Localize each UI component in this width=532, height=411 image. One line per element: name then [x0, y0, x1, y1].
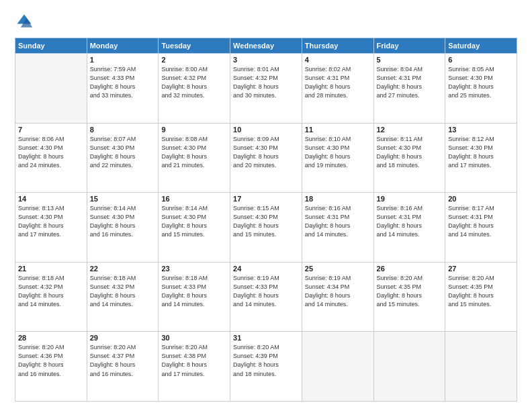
day-info: Sunrise: 8:09 AM Sunset: 4:30 PM Dayligh… — [233, 135, 299, 170]
weekday-header-friday: Friday — [373, 38, 445, 54]
day-number: 22 — [90, 265, 156, 273]
day-cell: 20Sunrise: 8:17 AM Sunset: 4:31 PM Dayli… — [445, 193, 517, 263]
day-number: 19 — [377, 195, 443, 203]
day-number: 4 — [305, 56, 371, 64]
day-info: Sunrise: 8:18 AM Sunset: 4:32 PM Dayligh… — [90, 274, 156, 309]
week-row-2: 7Sunrise: 8:06 AM Sunset: 4:30 PM Daylig… — [15, 123, 517, 193]
day-number: 13 — [448, 126, 514, 134]
week-row-1: 1Sunrise: 7:59 AM Sunset: 4:33 PM Daylig… — [15, 54, 517, 124]
day-number: 1 — [90, 56, 156, 64]
day-cell: 7Sunrise: 8:06 AM Sunset: 4:30 PM Daylig… — [15, 123, 87, 193]
day-number: 31 — [233, 334, 299, 342]
day-cell: 11Sunrise: 8:10 AM Sunset: 4:30 PM Dayli… — [302, 123, 373, 193]
day-info: Sunrise: 8:17 AM Sunset: 4:31 PM Dayligh… — [448, 204, 514, 239]
weekday-header-wednesday: Wednesday — [230, 38, 302, 54]
day-number: 26 — [377, 265, 443, 273]
day-info: Sunrise: 8:13 AM Sunset: 4:30 PM Dayligh… — [18, 204, 84, 239]
day-info: Sunrise: 8:18 AM Sunset: 4:33 PM Dayligh… — [161, 274, 227, 309]
day-info: Sunrise: 8:18 AM Sunset: 4:32 PM Dayligh… — [18, 274, 84, 309]
day-number: 15 — [90, 195, 156, 203]
day-info: Sunrise: 8:00 AM Sunset: 4:32 PM Dayligh… — [161, 65, 227, 100]
day-number: 23 — [161, 265, 227, 273]
day-cell: 1Sunrise: 7:59 AM Sunset: 4:33 PM Daylig… — [87, 54, 159, 124]
day-info: Sunrise: 8:19 AM Sunset: 4:33 PM Dayligh… — [233, 274, 299, 309]
day-cell: 15Sunrise: 8:14 AM Sunset: 4:30 PM Dayli… — [87, 193, 159, 263]
day-info: Sunrise: 8:16 AM Sunset: 4:31 PM Dayligh… — [305, 204, 371, 239]
day-number: 30 — [161, 334, 227, 342]
day-cell — [445, 332, 517, 402]
day-cell: 19Sunrise: 8:16 AM Sunset: 4:31 PM Dayli… — [373, 193, 445, 263]
day-number: 28 — [18, 334, 84, 342]
day-number: 16 — [161, 195, 227, 203]
week-row-5: 28Sunrise: 8:20 AM Sunset: 4:36 PM Dayli… — [15, 332, 517, 402]
weekday-header-thursday: Thursday — [302, 38, 373, 54]
day-info: Sunrise: 8:20 AM Sunset: 4:35 PM Dayligh… — [377, 274, 443, 309]
day-cell: 12Sunrise: 8:11 AM Sunset: 4:30 PM Dayli… — [373, 123, 445, 193]
day-cell — [15, 54, 87, 124]
day-number: 27 — [448, 265, 514, 273]
day-info: Sunrise: 8:10 AM Sunset: 4:30 PM Dayligh… — [305, 135, 371, 170]
day-number: 24 — [233, 265, 299, 273]
day-info: Sunrise: 8:19 AM Sunset: 4:34 PM Dayligh… — [305, 274, 371, 309]
day-cell: 24Sunrise: 8:19 AM Sunset: 4:33 PM Dayli… — [230, 262, 302, 332]
weekday-header-row: SundayMondayTuesdayWednesdayThursdayFrid… — [15, 38, 517, 54]
weekday-header-saturday: Saturday — [445, 38, 517, 54]
day-number: 3 — [233, 56, 299, 64]
day-info: Sunrise: 8:11 AM Sunset: 4:30 PM Dayligh… — [377, 135, 443, 170]
day-cell: 9Sunrise: 8:08 AM Sunset: 4:30 PM Daylig… — [159, 123, 230, 193]
day-info: Sunrise: 8:07 AM Sunset: 4:30 PM Dayligh… — [90, 135, 156, 170]
header — [15, 12, 517, 31]
day-number: 17 — [233, 195, 299, 203]
day-cell: 4Sunrise: 8:02 AM Sunset: 4:31 PM Daylig… — [302, 54, 373, 124]
day-number: 20 — [448, 195, 514, 203]
day-number: 6 — [448, 56, 514, 64]
day-info: Sunrise: 8:20 AM Sunset: 4:36 PM Dayligh… — [18, 343, 84, 378]
day-cell: 3Sunrise: 8:01 AM Sunset: 4:32 PM Daylig… — [230, 54, 302, 124]
day-cell: 26Sunrise: 8:20 AM Sunset: 4:35 PM Dayli… — [373, 262, 445, 332]
day-number: 21 — [18, 265, 84, 273]
week-row-4: 21Sunrise: 8:18 AM Sunset: 4:32 PM Dayli… — [15, 262, 517, 332]
weekday-header-tuesday: Tuesday — [159, 38, 230, 54]
day-cell: 29Sunrise: 8:20 AM Sunset: 4:37 PM Dayli… — [87, 332, 159, 402]
day-cell — [373, 332, 445, 402]
day-number: 7 — [18, 126, 84, 134]
calendar-table: SundayMondayTuesdayWednesdayThursdayFrid… — [15, 38, 517, 402]
day-cell: 2Sunrise: 8:00 AM Sunset: 4:32 PM Daylig… — [159, 54, 230, 124]
day-cell: 23Sunrise: 8:18 AM Sunset: 4:33 PM Dayli… — [159, 262, 230, 332]
day-cell: 21Sunrise: 8:18 AM Sunset: 4:32 PM Dayli… — [15, 262, 87, 332]
day-number: 8 — [90, 126, 156, 134]
day-info: Sunrise: 8:12 AM Sunset: 4:30 PM Dayligh… — [448, 135, 514, 170]
day-info: Sunrise: 8:14 AM Sunset: 4:30 PM Dayligh… — [90, 204, 156, 239]
day-info: Sunrise: 8:16 AM Sunset: 4:31 PM Dayligh… — [377, 204, 443, 239]
day-number: 9 — [161, 126, 227, 134]
day-cell: 17Sunrise: 8:15 AM Sunset: 4:30 PM Dayli… — [230, 193, 302, 263]
logo-icon — [15, 12, 34, 31]
day-cell: 10Sunrise: 8:09 AM Sunset: 4:30 PM Dayli… — [230, 123, 302, 193]
day-number: 12 — [377, 126, 443, 134]
day-info: Sunrise: 8:20 AM Sunset: 4:35 PM Dayligh… — [448, 274, 514, 309]
day-cell: 13Sunrise: 8:12 AM Sunset: 4:30 PM Dayli… — [445, 123, 517, 193]
day-info: Sunrise: 8:05 AM Sunset: 4:30 PM Dayligh… — [448, 65, 514, 100]
day-cell: 25Sunrise: 8:19 AM Sunset: 4:34 PM Dayli… — [302, 262, 373, 332]
day-info: Sunrise: 8:20 AM Sunset: 4:37 PM Dayligh… — [90, 343, 156, 378]
day-number: 29 — [90, 334, 156, 342]
day-cell: 27Sunrise: 8:20 AM Sunset: 4:35 PM Dayli… — [445, 262, 517, 332]
logo — [15, 12, 36, 31]
day-cell: 30Sunrise: 8:20 AM Sunset: 4:38 PM Dayli… — [159, 332, 230, 402]
day-info: Sunrise: 8:01 AM Sunset: 4:32 PM Dayligh… — [233, 65, 299, 100]
day-cell: 6Sunrise: 8:05 AM Sunset: 4:30 PM Daylig… — [445, 54, 517, 124]
day-cell: 16Sunrise: 8:14 AM Sunset: 4:30 PM Dayli… — [159, 193, 230, 263]
day-info: Sunrise: 8:04 AM Sunset: 4:31 PM Dayligh… — [377, 65, 443, 100]
day-number: 25 — [305, 265, 371, 273]
day-number: 18 — [305, 195, 371, 203]
day-cell: 5Sunrise: 8:04 AM Sunset: 4:31 PM Daylig… — [373, 54, 445, 124]
day-info: Sunrise: 7:59 AM Sunset: 4:33 PM Dayligh… — [90, 65, 156, 100]
day-info: Sunrise: 8:14 AM Sunset: 4:30 PM Dayligh… — [161, 204, 227, 239]
day-number: 10 — [233, 126, 299, 134]
weekday-header-sunday: Sunday — [15, 38, 87, 54]
day-info: Sunrise: 8:15 AM Sunset: 4:30 PM Dayligh… — [233, 204, 299, 239]
day-number: 5 — [377, 56, 443, 64]
day-cell: 18Sunrise: 8:16 AM Sunset: 4:31 PM Dayli… — [302, 193, 373, 263]
day-info: Sunrise: 8:06 AM Sunset: 4:30 PM Dayligh… — [18, 135, 84, 170]
day-info: Sunrise: 8:08 AM Sunset: 4:30 PM Dayligh… — [161, 135, 227, 170]
